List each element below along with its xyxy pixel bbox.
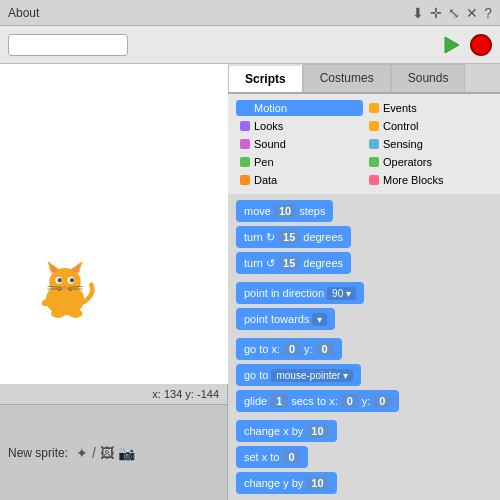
toolbar-icons: ⬇ ✛ ⤡ ✕ ? [412, 5, 492, 21]
new-sprite-label: New sprite: [8, 446, 68, 460]
category-looks[interactable]: Looks [236, 118, 363, 134]
block-point-towards[interactable]: point towards ▾ [236, 308, 335, 330]
main-layout: x: 134 y: -144 New sprite: ✦ / 🖼 📷 Scrip… [0, 64, 500, 500]
category-sound[interactable]: Sound [236, 136, 363, 152]
category-motion[interactable]: Motion [236, 100, 363, 116]
cat-sprite [30, 254, 100, 324]
search-input[interactable] [8, 34, 128, 56]
category-sensing[interactable]: Sensing [365, 136, 492, 152]
operators-dot [369, 157, 379, 167]
control-dot [369, 121, 379, 131]
blocks-panel: Scripts Costumes Sounds Motion Events Lo… [228, 64, 500, 500]
block-point-direction[interactable]: point in direction 90 ▾ [236, 282, 364, 304]
category-data[interactable]: Data [236, 172, 363, 188]
green-flag-button[interactable] [438, 32, 464, 58]
about-menu[interactable]: About [8, 6, 39, 20]
block-change-y[interactable]: change y by 10 [236, 472, 337, 494]
category-pen[interactable]: Pen [236, 154, 363, 170]
more-blocks-label: More Blocks [383, 174, 444, 186]
block-turn-cw[interactable]: turn ↻ 15 degrees [236, 226, 351, 248]
help-icon[interactable]: ? [484, 5, 492, 21]
category-events[interactable]: Events [365, 100, 492, 116]
more-blocks-dot [369, 175, 379, 185]
svg-point-9 [58, 278, 62, 282]
block-set-x[interactable]: set x to 0 [236, 446, 308, 468]
control-label: Control [383, 120, 418, 132]
paint-sprite-icon[interactable]: ✦ [76, 445, 88, 461]
category-more-blocks[interactable]: More Blocks [365, 172, 492, 188]
tab-scripts[interactable]: Scripts [228, 64, 303, 92]
motion-dot [240, 103, 250, 113]
motion-label: Motion [254, 102, 287, 114]
blocks-list: move 10 steps turn ↻ 15 degrees turn ↺ 1… [228, 194, 500, 500]
sensing-dot [369, 139, 379, 149]
category-control[interactable]: Control [365, 118, 492, 134]
sprite-bar: New sprite: ✦ / 🖼 📷 [0, 404, 227, 500]
sound-label: Sound [254, 138, 286, 150]
toolbar [0, 26, 500, 64]
sensing-label: Sensing [383, 138, 423, 150]
stop-button[interactable] [470, 34, 492, 56]
data-label: Data [254, 174, 277, 186]
stage-area: x: 134 y: -144 New sprite: ✦ / 🖼 📷 [0, 64, 228, 500]
looks-dot [240, 121, 250, 131]
svg-point-10 [70, 278, 74, 282]
pen-label: Pen [254, 156, 274, 168]
fullscreen-icon[interactable]: ✕ [466, 5, 478, 21]
stage-canvas [0, 64, 228, 384]
operators-label: Operators [383, 156, 432, 168]
svg-point-17 [51, 309, 65, 318]
tabs: Scripts Costumes Sounds [228, 64, 500, 94]
edit-sprite-icon[interactable]: / [92, 445, 96, 461]
block-glide[interactable]: glide 1 secs to x: 0 y: 0 [236, 390, 399, 412]
svg-marker-0 [445, 37, 459, 53]
menu-bar: About ⬇ ✛ ⤡ ✕ ? [0, 0, 500, 26]
download-icon[interactable]: ⬇ [412, 5, 424, 21]
events-label: Events [383, 102, 417, 114]
svg-point-2 [49, 268, 81, 296]
pen-dot [240, 157, 250, 167]
camera-sprite-icon[interactable]: 📷 [118, 445, 135, 461]
resize-icon[interactable]: ⤡ [448, 5, 460, 21]
tab-sounds[interactable]: Sounds [391, 64, 466, 92]
block-turn-ccw[interactable]: turn ↺ 15 degrees [236, 252, 351, 274]
svg-point-18 [69, 309, 83, 318]
looks-label: Looks [254, 120, 283, 132]
block-move-steps[interactable]: move 10 steps [236, 200, 333, 222]
block-change-x[interactable]: change x by 10 [236, 420, 337, 442]
block-go-to[interactable]: go to mouse-pointer ▾ [236, 364, 361, 386]
category-grid: Motion Events Looks Control Sound Sensin… [228, 94, 500, 194]
block-go-to-xy[interactable]: go to x: 0 y: 0 [236, 338, 342, 360]
events-dot [369, 103, 379, 113]
data-dot [240, 175, 250, 185]
stage-coords: x: 134 y: -144 [0, 384, 227, 404]
tab-costumes[interactable]: Costumes [303, 64, 391, 92]
category-operators[interactable]: Operators [365, 154, 492, 170]
upload-sprite-icon[interactable]: 🖼 [100, 445, 114, 461]
add-icon[interactable]: ✛ [430, 5, 442, 21]
sprite-icons: ✦ / 🖼 📷 [76, 445, 135, 461]
sound-dot [240, 139, 250, 149]
